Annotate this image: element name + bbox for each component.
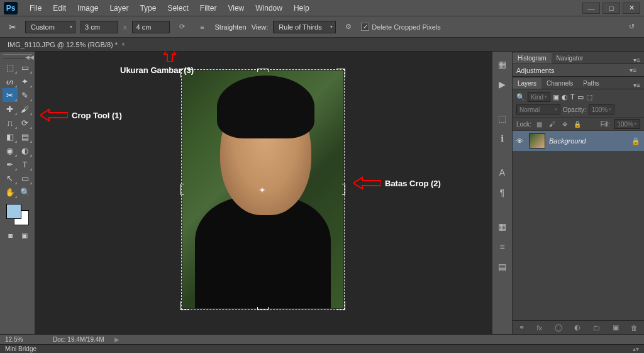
dodge-tool[interactable]: ◐ — [18, 143, 33, 157]
styles-panel-icon[interactable]: ≡ — [495, 239, 510, 254]
link-layers-icon[interactable]: ⚭ — [519, 323, 525, 332]
eraser-tool[interactable]: ◧ — [3, 130, 18, 143]
crop-tool-icon[interactable]: ✂ — [5, 20, 20, 35]
straighten-label[interactable]: Straighten — [215, 23, 247, 31]
tab-layers[interactable]: Layers — [513, 78, 541, 89]
shape-tool[interactable]: ▭ — [18, 171, 33, 185]
foreground-color-swatch[interactable] — [6, 204, 21, 219]
menu-layer[interactable]: Layer — [104, 1, 134, 15]
actions-panel-icon[interactable]: ▶ — [495, 77, 510, 92]
zoom-level[interactable]: 12.5% — [5, 336, 43, 343]
minimize-button[interactable]: — — [582, 3, 600, 14]
lock-all-icon[interactable]: 🔒 — [573, 120, 582, 128]
crop-height-field[interactable]: 4 cm — [132, 21, 170, 33]
filter-adjust-icon[interactable]: ◐ — [562, 93, 568, 101]
menu-edit[interactable]: Edit — [47, 1, 72, 15]
marquee-tool[interactable]: ▭ — [18, 60, 33, 74]
zoom-tool[interactable]: 🔍 — [18, 185, 33, 199]
gear-icon[interactable]: ⚙ — [341, 20, 356, 34]
canvas[interactable]: ✦ Crop Tool (1) Batas Crop (2) Ukuran Ga… — [35, 52, 492, 334]
path-selection-tool[interactable]: ↖ — [3, 171, 18, 185]
pen-tool[interactable]: ✒ — [3, 157, 18, 171]
document-tab-close-icon[interactable]: × — [121, 41, 125, 48]
eyedropper-tool[interactable]: ✎ — [18, 88, 33, 102]
straighten-icon[interactable]: ≡ — [195, 20, 210, 34]
close-button[interactable]: ✕ — [623, 3, 640, 14]
mini-bridge-chevron-icon[interactable]: ▴▾ — [633, 345, 639, 352]
character-panel-icon[interactable]: A — [495, 165, 510, 180]
blend-mode-dropdown[interactable]: Normal — [516, 104, 560, 115]
move-tool[interactable]: ⬚ — [3, 60, 18, 74]
lock-pixels-icon[interactable]: 🖌 — [548, 120, 557, 128]
crop-handle-bl[interactable] — [180, 301, 189, 310]
adjustment-layer-icon[interactable]: ◐ — [574, 323, 580, 332]
tab-histogram[interactable]: Histogram — [513, 53, 552, 64]
layer-group-icon[interactable]: 🗀 — [593, 324, 600, 332]
filter-type-icon[interactable]: T — [570, 93, 575, 101]
fill-field[interactable]: 100% — [614, 119, 640, 129]
tab-navigator[interactable]: Navigator — [552, 53, 589, 64]
menu-select[interactable]: Select — [162, 1, 194, 15]
crop-handle-bm[interactable] — [257, 307, 269, 310]
mini-bridge-bar[interactable]: Mini Bridge ▴▾ — [0, 344, 644, 353]
blur-tool[interactable]: ◉ — [3, 143, 18, 157]
adjustments-header[interactable]: Adjustments ▾≡ — [513, 64, 644, 77]
layer-mask-icon[interactable]: ◯ — [555, 323, 562, 332]
lock-transparent-icon[interactable]: ▦ — [535, 120, 544, 128]
history-panel-icon[interactable]: ▦ — [495, 57, 510, 72]
adjustments-menu-icon[interactable]: ▾≡ — [626, 67, 640, 74]
crop-tool[interactable]: ✂ — [3, 88, 18, 102]
menu-window[interactable]: Window — [250, 1, 288, 15]
layers-menu-icon[interactable]: ▾≡ — [630, 82, 644, 89]
brush-tool[interactable]: 🖌 — [18, 102, 33, 116]
delete-cropped-checkbox[interactable]: ✓ Delete Cropped Pixels — [361, 23, 440, 31]
opacity-field[interactable]: 100% — [589, 104, 615, 115]
delete-layer-icon[interactable]: 🗑 — [631, 324, 638, 332]
panel-menu-icon[interactable]: ▾≡ — [630, 57, 644, 64]
rotate-icon[interactable]: ⟳ — [175, 20, 190, 34]
properties-panel-icon[interactable]: ⬚ — [495, 111, 510, 126]
lock-position-icon[interactable]: ✥ — [560, 120, 569, 128]
gradient-tool[interactable]: ▤ — [18, 130, 33, 143]
clone-stamp-tool[interactable]: ⎍ — [3, 116, 18, 130]
tab-paths[interactable]: Paths — [578, 78, 604, 89]
info-panel-icon[interactable]: ℹ — [495, 131, 510, 146]
filter-smart-icon[interactable]: ⬚ — [586, 93, 592, 101]
swatches-panel-icon[interactable]: ▦ — [495, 219, 510, 234]
menu-type[interactable]: Type — [134, 1, 162, 15]
menu-view[interactable]: View — [222, 1, 250, 15]
type-tool[interactable]: T — [18, 157, 33, 171]
crop-handle-rm[interactable] — [342, 184, 345, 195]
paragraph-panel-icon[interactable]: ¶ — [495, 185, 510, 200]
crop-handle-br[interactable] — [336, 301, 345, 310]
history-brush-tool[interactable]: ⟳ — [18, 116, 33, 130]
crop-handle-tr[interactable] — [336, 69, 345, 77]
reset-icon[interactable]: ↺ — [625, 21, 638, 33]
filter-pixel-icon[interactable]: ▣ — [553, 93, 559, 101]
layer-fx-icon[interactable]: fx — [536, 324, 542, 332]
new-layer-icon[interactable]: ▣ — [613, 323, 619, 332]
crop-preset-dropdown[interactable]: Custom — [25, 21, 75, 33]
layer-filter-dropdown[interactable]: Kind — [528, 92, 550, 102]
quickmask-icon[interactable]: ◙ — [4, 229, 18, 242]
collapse-toolbox-icon[interactable]: ◀◀ — [25, 54, 34, 60]
layer-visibility-icon[interactable]: 👁 — [516, 137, 525, 145]
menu-image[interactable]: Image — [72, 1, 104, 15]
menu-filter[interactable]: Filter — [194, 1, 223, 15]
maximize-button[interactable]: □ — [602, 3, 620, 14]
healing-brush-tool[interactable]: ✚ — [3, 102, 18, 116]
crop-handle-lm[interactable] — [180, 184, 184, 195]
magic-wand-tool[interactable]: ✦ — [18, 74, 33, 88]
document-tab[interactable]: IMG_9110.JPG @ 12.5% (RGB/8) * × — [3, 40, 130, 50]
filter-shape-icon[interactable]: ▭ — [577, 93, 584, 101]
crop-width-field[interactable]: 3 cm — [80, 21, 118, 33]
brushes-panel-icon[interactable]: ▤ — [495, 259, 510, 274]
layer-thumbnail[interactable] — [529, 133, 545, 148]
tab-channels[interactable]: Channels — [541, 78, 578, 89]
layer-row-background[interactable]: 👁 Background 🔒 — [513, 131, 644, 151]
layer-name[interactable]: Background — [549, 137, 586, 145]
hand-tool[interactable]: ✋ — [3, 185, 18, 199]
menu-file[interactable]: File — [24, 1, 47, 15]
color-swatches[interactable] — [5, 203, 30, 227]
menu-help[interactable]: Help — [288, 1, 315, 15]
